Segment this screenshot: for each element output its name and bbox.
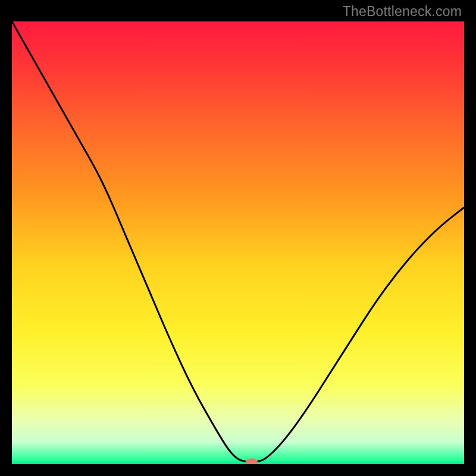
- chart-frame: [12, 21, 464, 464]
- bottleneck-chart: [12, 21, 464, 464]
- watermark-text: TheBottleneck.com: [343, 4, 462, 20]
- gradient-background: [12, 21, 464, 464]
